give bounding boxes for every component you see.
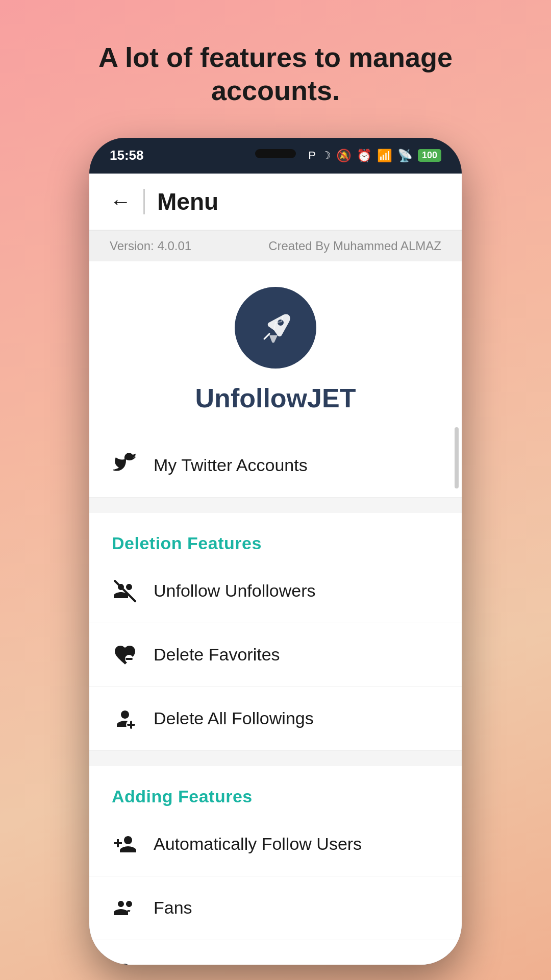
deletion-features-title: Deletion Features	[112, 533, 262, 553]
unfollow-unfollowers-label: Unfollow Unfollowers	[154, 581, 315, 601]
version-text: Version: 4.0.01	[110, 239, 191, 253]
status-icons-group: P ☽ 🔕 ⏰ 📶 📡 100	[308, 149, 441, 163]
fans-icon	[112, 895, 138, 921]
fans-label: Fans	[154, 898, 192, 918]
phone-shell: 15:58 P ☽ 🔕 ⏰ 📶 📡 100 ← Menu Version: 4.…	[89, 138, 462, 965]
menu-item-automatically-favorite-timeline[interactable]: Automatically Favorite Timeline	[89, 940, 462, 965]
app-name: UnfollowJET	[195, 383, 356, 413]
delete-favorites-label: Delete Favorites	[154, 645, 280, 665]
my-twitter-accounts-label: My Twitter Accounts	[154, 455, 308, 475]
twitter-icon	[112, 452, 138, 479]
menu-item-fans[interactable]: Fans	[89, 876, 462, 940]
user-slash-icon	[112, 578, 138, 604]
creator-text: Created By Muhammed ALMAZ	[268, 239, 441, 253]
screen: ← Menu Version: 4.0.01 Created By Muhamm…	[89, 174, 462, 965]
bell-muted-icon: 🔕	[336, 149, 352, 163]
app-header: ← Menu	[89, 174, 462, 231]
automatically-favorite-timeline-label: Automatically Favorite Timeline	[154, 962, 394, 965]
header-title: Menu	[157, 188, 218, 215]
back-button[interactable]: ←	[110, 189, 131, 214]
signal-icon: 📶	[377, 149, 392, 163]
menu-item-unfollow-unfollowers[interactable]: Unfollow Unfollowers	[89, 559, 462, 623]
scroll-indicator	[455, 427, 459, 488]
menu-item-delete-favorites[interactable]: Delete Favorites	[89, 623, 462, 687]
adding-features-section-header: Adding Features	[89, 766, 462, 813]
version-bar: Version: 4.0.01 Created By Muhammed ALMA…	[89, 231, 462, 261]
menu-item-my-twitter-accounts[interactable]: My Twitter Accounts	[89, 434, 462, 498]
users-slash-icon	[112, 705, 138, 732]
rocket-icon	[255, 307, 296, 348]
scroll-content[interactable]: UnfollowJET My Twitter Accounts Deletion…	[89, 261, 462, 965]
user-plus-icon	[112, 831, 138, 857]
user-heart-icon	[112, 959, 138, 965]
delete-all-followings-label: Delete All Followings	[154, 708, 314, 728]
section-gap-1	[89, 498, 462, 513]
camera-notch	[255, 149, 296, 158]
adding-features-title: Adding Features	[112, 787, 253, 806]
section-gap-2	[89, 751, 462, 766]
moon-icon: ☽	[321, 149, 331, 162]
header-divider	[143, 189, 145, 214]
alarm-icon: ⏰	[357, 149, 372, 163]
menu-item-delete-all-followings[interactable]: Delete All Followings	[89, 687, 462, 751]
battery-indicator: 100	[418, 149, 441, 162]
status-bar: 15:58 P ☽ 🔕 ⏰ 📶 📡 100	[89, 138, 462, 174]
wifi-icon: 📡	[397, 149, 413, 163]
status-time: 15:58	[110, 148, 144, 163]
menu-item-automatically-follow-users[interactable]: Automatically Follow Users	[89, 813, 462, 876]
deletion-features-section-header: Deletion Features	[89, 513, 462, 559]
logo-section: UnfollowJET	[89, 261, 462, 434]
logo-circle	[235, 287, 316, 369]
automatically-follow-users-label: Automatically Follow Users	[154, 834, 362, 854]
heart-slash-icon	[112, 642, 138, 668]
parrot-icon: P	[308, 149, 316, 162]
page-headline: A lot of features to manage accounts.	[0, 41, 551, 107]
